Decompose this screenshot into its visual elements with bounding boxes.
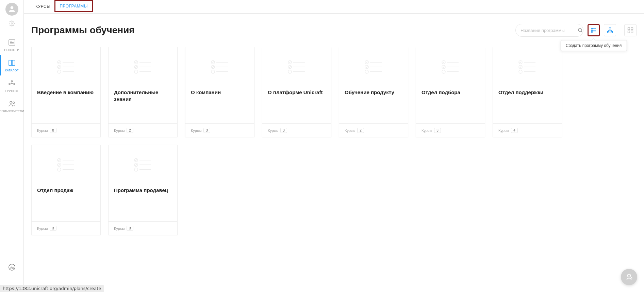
- svg-point-8: [9, 83, 10, 85]
- svg-rect-6: [12, 60, 15, 66]
- courses-label: Курсы: [498, 128, 509, 133]
- courses-label: Курсы: [114, 226, 125, 230]
- program-card[interactable]: Обучение продуктуКурсы2: [339, 47, 408, 137]
- svg-point-9: [14, 83, 15, 85]
- card-footer: Курсы4: [493, 123, 562, 137]
- groups-icon: [7, 79, 16, 88]
- sidebar-item-label: НОВОСТИ: [4, 48, 19, 52]
- sidebar-item-catalog[interactable]: КАТАЛОГ: [0, 55, 24, 75]
- card-title: Отдел подбора: [416, 86, 485, 123]
- courses-label: Курсы: [37, 226, 48, 230]
- courses-count: 0: [50, 128, 56, 133]
- svg-rect-31: [628, 31, 630, 33]
- card-footer: Курсы2: [109, 123, 177, 137]
- card-thumb-icon: [185, 47, 254, 86]
- courses-count: 3: [434, 128, 441, 133]
- svg-rect-22: [609, 28, 611, 29]
- language-icon[interactable]: Aа: [7, 263, 16, 272]
- users-icon: [7, 99, 16, 108]
- program-card[interactable]: О компанииКурсы3: [185, 47, 254, 137]
- svg-point-73: [519, 70, 522, 73]
- svg-point-79: [57, 168, 61, 171]
- sidebar-item-users[interactable]: ПОЛЬЗОВАТЕЛИ: [0, 96, 24, 116]
- svg-point-55: [288, 70, 292, 73]
- tab-programs[interactable]: ПРОГРАММЫ: [54, 0, 93, 12]
- courses-count: 2: [127, 128, 133, 133]
- card-title: О компании: [185, 86, 254, 123]
- create-program-button[interactable]: Создать программу обучения: [588, 24, 600, 36]
- card-title: Дополнительные знания: [109, 86, 177, 123]
- tab-courses[interactable]: КУРСЫ: [31, 0, 54, 14]
- svg-point-14: [578, 28, 581, 31]
- sidebar: НОВОСТИ КАТАЛОГ ГРУППЫ ПОЛЬЗОВАТЕЛИ Aа: [0, 0, 24, 292]
- courses-label: Курсы: [191, 128, 201, 133]
- courses-count: 3: [50, 226, 56, 231]
- card-thumb-icon: [416, 47, 485, 86]
- courses-count: 3: [127, 226, 133, 231]
- svg-rect-29: [628, 28, 630, 30]
- header-row: Программы обучения Создать программу обу…: [31, 24, 637, 37]
- search-input[interactable]: [521, 28, 578, 33]
- courses-label: Курсы: [345, 128, 355, 133]
- sidebar-item-news[interactable]: НОВОСТИ: [0, 35, 24, 55]
- program-card[interactable]: Отдел подбораКурсы3: [416, 47, 485, 137]
- card-footer: Курсы3: [32, 221, 100, 235]
- courses-label: Курсы: [422, 128, 432, 133]
- program-card[interactable]: О платформе UnicraftКурсы3: [262, 47, 331, 137]
- courses-count: 2: [357, 128, 364, 133]
- card-title: Программа продавец: [109, 184, 177, 221]
- svg-point-67: [442, 70, 445, 73]
- courses-count: 3: [280, 128, 287, 133]
- avatar[interactable]: [5, 3, 18, 16]
- card-thumb-icon: [262, 47, 331, 86]
- sidebar-item-label: ПОЛЬЗОВАТЕЛИ: [0, 109, 24, 113]
- svg-rect-23: [608, 31, 609, 33]
- card-footer: Курсы3: [416, 123, 485, 137]
- svg-rect-5: [9, 60, 12, 66]
- card-footer: Курсы3: [185, 123, 254, 137]
- program-card[interactable]: Введение в компаниюКурсы0: [31, 47, 101, 137]
- card-footer: Курсы3: [109, 221, 177, 235]
- courses-count: 3: [203, 128, 210, 133]
- svg-point-18: [591, 30, 592, 31]
- card-title: Отдел продаж: [32, 184, 100, 221]
- courses-label: Курсы: [114, 128, 125, 133]
- courses-label: Курсы: [268, 128, 278, 133]
- card-title: Введение в компанию: [32, 86, 100, 123]
- sidebar-item-label: ГРУППЫ: [5, 89, 18, 92]
- program-card[interactable]: Отдел продажКурсы3: [31, 145, 101, 235]
- svg-point-10: [10, 101, 12, 103]
- card-thumb-icon: [32, 145, 100, 184]
- svg-rect-30: [631, 28, 633, 30]
- program-card[interactable]: Отдел поддержкиКурсы4: [493, 47, 562, 137]
- sidebar-item-groups[interactable]: ГРУППЫ: [0, 75, 24, 96]
- program-card[interactable]: Программа продавецКурсы3: [108, 145, 178, 235]
- svg-rect-24: [611, 31, 613, 33]
- svg-point-20: [591, 31, 592, 32]
- svg-point-87: [628, 274, 631, 277]
- main: Программы обучения Создать программу обу…: [24, 14, 644, 292]
- program-card[interactable]: Дополнительные знанияКурсы2: [108, 47, 178, 137]
- svg-text:Aа: Aа: [10, 266, 14, 269]
- card-thumb-icon: [493, 47, 562, 86]
- structure-button[interactable]: [604, 24, 616, 36]
- svg-point-49: [211, 70, 215, 73]
- top-tabs: КУРСЫ ПРОГРАММЫ: [24, 0, 644, 14]
- sidebar-item-label: КАТАЛОГ: [5, 69, 19, 72]
- svg-point-37: [57, 70, 61, 73]
- news-icon: [7, 38, 16, 47]
- svg-point-7: [11, 81, 13, 82]
- help-bubble[interactable]: [621, 269, 637, 285]
- card-thumb-icon: [109, 145, 177, 184]
- svg-rect-32: [631, 31, 633, 33]
- programs-grid: Введение в компаниюКурсы0Дополнительные …: [31, 47, 637, 235]
- svg-point-61: [365, 70, 368, 73]
- svg-point-43: [134, 70, 138, 73]
- search-icon[interactable]: [578, 28, 583, 33]
- card-footer: Курсы3: [262, 123, 331, 137]
- gear-icon[interactable]: [9, 20, 15, 27]
- search-wrap: [515, 24, 583, 37]
- grid-view-button[interactable]: [624, 24, 637, 36]
- svg-point-0: [11, 23, 13, 24]
- card-title: Отдел поддержки: [493, 86, 562, 123]
